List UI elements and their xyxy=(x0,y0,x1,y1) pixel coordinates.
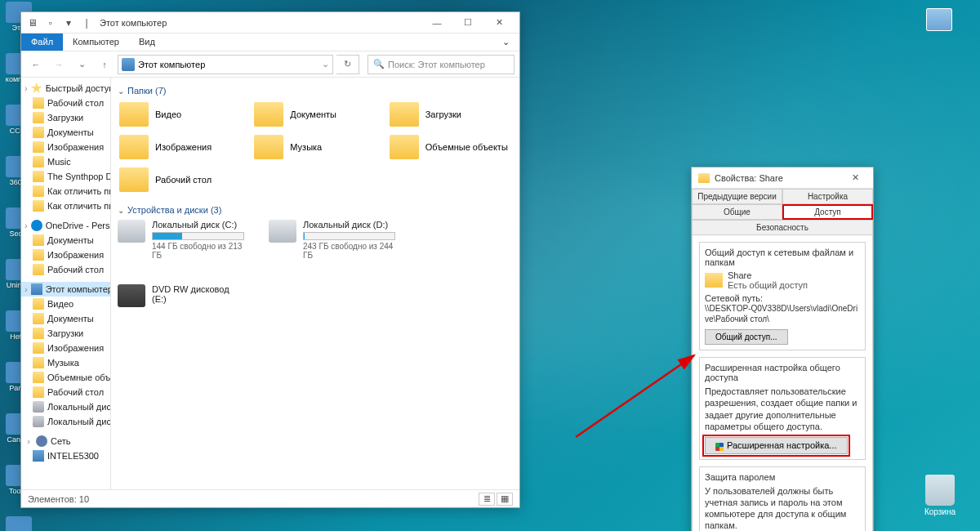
ribbon-tabs: Файл Компьютер Вид ⌄ xyxy=(21,33,519,51)
nav-item[interactable]: Объемные объекты xyxy=(21,370,110,385)
nav-pane: Быстрый доступ Рабочий столЗагрузкиДокум… xyxy=(21,78,111,489)
view-icons-button[interactable]: ▦ xyxy=(497,493,513,506)
dropdown-icon[interactable]: ▾ xyxy=(62,16,75,29)
nav-this-pc[interactable]: Этот компьютер xyxy=(21,282,110,297)
nav-item[interactable]: Загрузки xyxy=(21,110,110,125)
nav-item[interactable]: Загрузки xyxy=(21,326,110,341)
folder-item[interactable]: Загрузки xyxy=(388,100,513,128)
folder-item[interactable]: Объемные объекты xyxy=(388,133,513,161)
window-title: Этот компьютер xyxy=(100,18,167,28)
nav-item[interactable]: Рабочий стол xyxy=(21,385,110,399)
nav-item[interactable]: Music xyxy=(21,154,110,169)
advanced-sharing-button[interactable]: Расширенная настройка... xyxy=(705,437,848,453)
titlebar[interactable]: 🖥 ▫ ▾ | Этот компьютер — ☐ ✕ xyxy=(21,12,519,33)
group-drives[interactable]: Устройства и диски (3) xyxy=(118,202,513,220)
search-input[interactable]: Поиск: Этот компьютер xyxy=(368,55,514,74)
recent-button[interactable]: ⌄ xyxy=(72,55,91,74)
nav-item[interactable]: Рабочий стол xyxy=(21,262,110,277)
refresh-button[interactable]: ↻ xyxy=(336,55,359,74)
folder-item[interactable]: Документы xyxy=(252,100,377,128)
tab-general[interactable]: Общие xyxy=(692,204,782,220)
folder-item[interactable]: Рабочий стол xyxy=(118,166,243,194)
ribbon-expand[interactable]: ⌄ xyxy=(492,33,519,51)
folder-item[interactable]: Музыка xyxy=(252,133,377,161)
close-button[interactable]: ✕ xyxy=(483,13,514,33)
nav-item[interactable]: Локальный диск (C:) xyxy=(21,399,110,414)
nav-item[interactable]: Музыка xyxy=(21,355,110,370)
nav-item[interactable]: Документы xyxy=(21,233,110,248)
nav-item[interactable]: Рабочий стол xyxy=(21,96,110,110)
nav-network[interactable]: Сеть xyxy=(21,434,110,448)
tab-view[interactable]: Вид xyxy=(129,33,165,51)
tab-previous-versions[interactable]: Предыдущие версии xyxy=(692,189,782,204)
nav-item[interactable]: Изображения xyxy=(21,341,110,355)
drive-item[interactable]: DVD RW дисковод (E:) xyxy=(118,284,244,307)
pc-icon: 🖥 xyxy=(26,16,39,29)
status-bar: Элементов: 10 ≣ ▦ xyxy=(21,489,519,507)
trash-icon xyxy=(925,475,955,506)
nav-item[interactable]: Как отличить пира xyxy=(21,184,110,199)
nav-item[interactable]: Изображения xyxy=(21,248,110,262)
recycle-bin[interactable]: Корзина xyxy=(924,475,956,516)
explorer-window: 🖥 ▫ ▾ | Этот компьютер — ☐ ✕ Файл Компью… xyxy=(20,11,520,508)
nav-item[interactable]: The Synthpop Disco xyxy=(21,169,110,184)
tab-customize[interactable]: Настройка xyxy=(782,189,873,204)
tab-file[interactable]: Файл xyxy=(21,33,63,51)
chevron-down-icon[interactable]: ⌄ xyxy=(322,59,329,69)
maximize-button[interactable]: ☐ xyxy=(452,13,483,33)
folder-icon xyxy=(698,173,710,183)
content-pane: Папки (7) ВидеоДокументыЗагрузкиИзображе… xyxy=(111,78,519,489)
nav-item[interactable]: Документы xyxy=(21,125,110,140)
folder-icon xyxy=(705,273,723,288)
folder-item[interactable]: Видео xyxy=(118,100,243,128)
nav-item[interactable]: Изображения xyxy=(21,140,110,154)
group-folders[interactable]: Папки (7) xyxy=(118,83,513,100)
item-count: Элементов: 10 xyxy=(28,494,89,504)
separator: | xyxy=(80,16,93,29)
nav-quick-access[interactable]: Быстрый доступ xyxy=(21,81,110,96)
path-box[interactable]: Этот компьютер ⌄ xyxy=(118,55,333,74)
accounts-icon[interactable] xyxy=(926,8,952,31)
nav-item[interactable]: Видео xyxy=(21,297,110,311)
tabs: Предыдущие версии Настройка Общие Доступ… xyxy=(692,189,873,235)
drive-item[interactable]: Локальный диск (D:)243 ГБ свободно из 24… xyxy=(269,220,395,260)
tab-computer[interactable]: Компьютер xyxy=(63,33,129,51)
dialog-titlebar[interactable]: Свойства: Share ✕ xyxy=(692,167,873,189)
password-group: Защита паролем У пользователей должны бы… xyxy=(699,466,866,531)
tab-security[interactable]: Безопасность xyxy=(692,220,873,235)
shield-icon xyxy=(715,443,724,451)
nav-onedrive[interactable]: OneDrive - Personal xyxy=(21,218,110,233)
nav-item[interactable]: INTELE5300 xyxy=(21,448,110,463)
forward-button[interactable]: → xyxy=(49,55,69,74)
desktop-icon[interactable]: KSA_P... xyxy=(2,516,36,531)
close-button[interactable]: ✕ xyxy=(844,172,866,183)
share-button[interactable]: Общий доступ... xyxy=(705,329,788,345)
view-details-button[interactable]: ≣ xyxy=(479,493,495,506)
tab-sharing[interactable]: Доступ xyxy=(782,204,873,220)
network-sharing-group: Общий доступ к сетевым файлам и папкам S… xyxy=(699,242,866,350)
pc-icon xyxy=(122,58,135,71)
advanced-sharing-group: Расширенная настройка общего доступа Пре… xyxy=(699,357,866,460)
address-bar: ← → ⌄ ↑ Этот компьютер ⌄ ↻ Поиск: Этот к… xyxy=(21,51,519,78)
folder-item[interactable]: Изображения xyxy=(118,133,243,161)
nav-item[interactable]: Локальный диск (D:) xyxy=(21,414,110,429)
back-button[interactable]: ← xyxy=(26,55,46,74)
minimize-button[interactable]: — xyxy=(421,13,452,33)
nav-item[interactable]: Как отличить пира xyxy=(21,199,110,213)
drive-item[interactable]: Локальный диск (C:)144 ГБ свободно из 21… xyxy=(118,220,244,260)
properties-dialog: Свойства: Share ✕ Предыдущие версии Наст… xyxy=(691,167,874,531)
folder-icon: ▫ xyxy=(44,16,57,29)
up-button[interactable]: ↑ xyxy=(95,55,114,74)
nav-item[interactable]: Документы xyxy=(21,311,110,326)
